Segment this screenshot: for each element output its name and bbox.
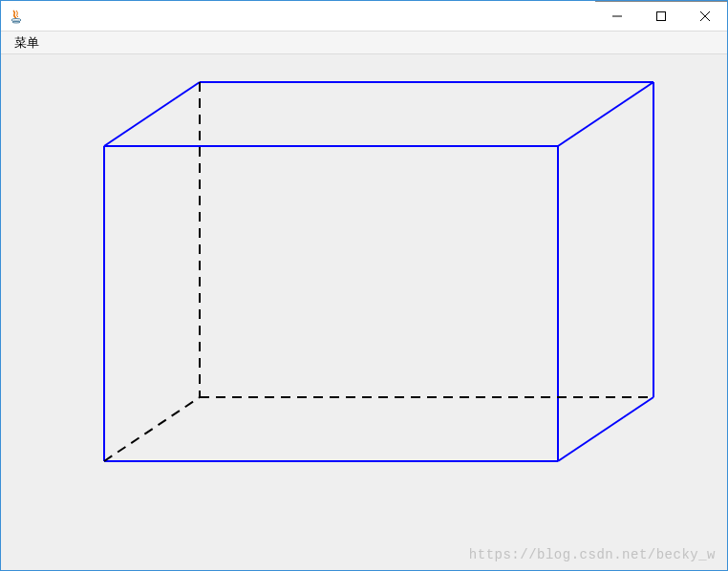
canvas-area: https://blog.csdn.net/becky_w: [1, 54, 727, 570]
maximize-icon: [656, 11, 666, 21]
close-button[interactable]: [683, 2, 727, 31]
watermark-text: https://blog.csdn.net/becky_w: [469, 547, 716, 562]
app-window: 菜单 https://blog.csdn.net/becky_w: [0, 0, 728, 571]
menubar: 菜单: [1, 32, 727, 54]
cuboid-drawing: [1, 54, 727, 570]
window-controls: [595, 1, 727, 31]
minimize-button[interactable]: [595, 2, 639, 31]
close-icon: [700, 11, 710, 21]
maximize-button[interactable]: [639, 2, 683, 31]
titlebar: [1, 1, 727, 32]
svg-line-12: [558, 82, 653, 146]
titlebar-left: [1, 9, 30, 24]
svg-line-14: [558, 397, 653, 461]
svg-line-10: [104, 82, 200, 146]
minimize-icon: [612, 11, 622, 21]
svg-rect-3: [657, 12, 666, 21]
svg-line-17: [104, 397, 200, 461]
java-icon: [9, 9, 24, 24]
menu-item-main[interactable]: 菜单: [7, 32, 47, 53]
